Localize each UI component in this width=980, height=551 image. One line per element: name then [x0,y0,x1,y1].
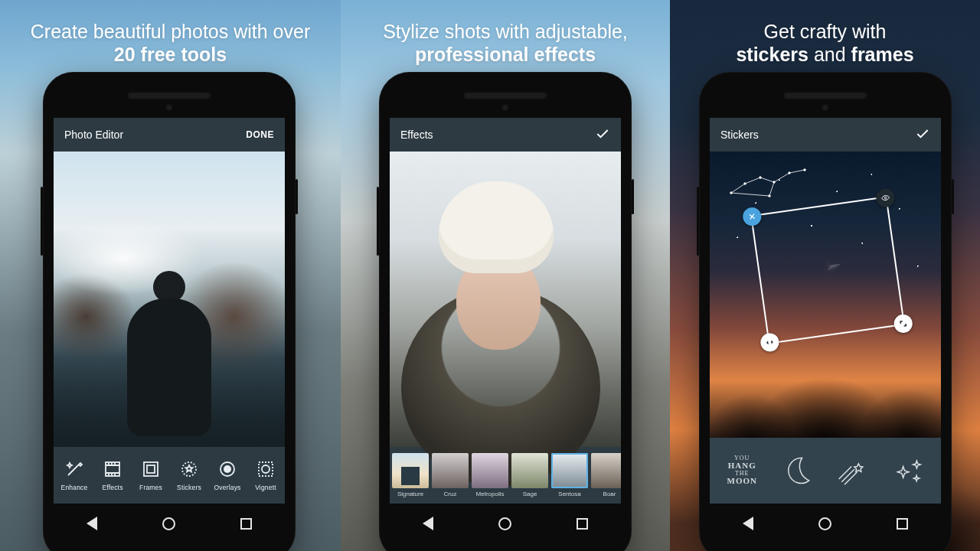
sticker-item-text[interactable]: YOU HANG THE MOON [717,449,766,492]
android-nav-bar [710,507,941,540]
nav-back-icon[interactable] [743,517,753,530]
app-screen: Stickers [710,118,941,504]
app-screen: Effects Signature Cruz Metropolis Sage S… [390,118,621,504]
apply-button[interactable] [595,126,610,144]
nav-back-icon[interactable] [423,517,433,530]
editor-canvas[interactable] [54,152,285,447]
shooting-star-icon [836,454,870,487]
tool-label: Effects [102,484,122,491]
phone-volume-button [377,187,379,256]
effect-thumbnail [591,453,621,488]
phone-camera [822,104,829,111]
sticker-bounding-box[interactable] [750,196,905,344]
nav-home-icon[interactable] [498,517,511,530]
tool-frames[interactable]: Frames [132,459,170,491]
tool-label: Overlays [214,484,240,491]
effect-label: Signature [397,491,423,497]
tool-label: Enhance [61,484,88,491]
sticker-strip: YOU HANG THE MOON [710,438,941,504]
promo-panel-tools: Create beautiful photos with over 20 fre… [0,0,341,551]
nav-recents-icon[interactable] [897,518,908,530]
nav-back-icon[interactable] [87,517,97,530]
svg-point-7 [262,465,270,473]
overlays-icon [217,459,237,479]
nav-home-icon[interactable] [162,517,175,530]
svg-point-5 [224,465,231,473]
effect-sage[interactable]: Sage [511,453,549,497]
promo-panel-stickers: Get crafty with stickers and frames Stic… [670,0,980,551]
tool-vignette[interactable]: Vignett [247,459,285,491]
nav-home-icon[interactable] [818,517,831,530]
svg-point-15 [884,197,887,199]
editor-canvas[interactable] [710,152,941,438]
headline-text: Stylize shots with adjustable, [383,21,628,42]
android-nav-bar [54,507,285,540]
effect-thumbnail [511,453,548,488]
nav-recents-icon[interactable] [240,518,252,530]
effect-metropolis[interactable]: Metropolis [471,453,509,497]
effect-board[interactable]: Boar [590,453,621,497]
effect-cruz[interactable]: Cruz [431,453,469,497]
app-screen: Photo Editor DONE Enhance Effects [54,118,285,504]
effect-thumbnail [551,453,588,488]
phone-power-button [296,179,298,214]
frame-icon [141,459,161,479]
vignette-icon [256,459,276,479]
phone-earpiece [783,92,867,99]
phone-earpiece [463,92,547,99]
phone-volume-button [41,187,43,256]
effect-signature[interactable]: Signature [391,453,430,497]
constellation-decoration [724,162,815,208]
headline: Get crafty with stickers and frames [670,0,980,66]
effect-label: Cruz [444,491,457,497]
effect-sentosa[interactable]: Sentosa [550,453,589,497]
effect-label: Boar [603,491,616,497]
sparkles-icon [890,454,927,487]
sticker-item-sparkles[interactable] [884,449,933,492]
sticker-item-moon[interactable] [773,449,822,492]
headline: Stylize shots with adjustable, professio… [341,0,670,66]
svg-rect-6 [259,462,273,476]
sticker-flip-handle[interactable] [760,332,780,353]
sticker-text-preview: YOU HANG THE MOON [727,455,757,486]
promo-panel-effects: Stylize shots with adjustable, professio… [341,0,670,551]
tool-effects[interactable]: Effects [93,459,132,491]
headline: Create beautiful photos with over 20 fre… [0,0,341,66]
app-bar: Stickers [710,118,941,152]
effects-strip: Signature Cruz Metropolis Sage Sentosa B… [390,447,621,504]
photo-subject-beanie [439,181,554,273]
done-button[interactable]: DONE [246,129,274,140]
android-nav-bar [390,507,621,540]
tool-overlays[interactable]: Overlays [208,459,247,491]
sticker-delete-handle[interactable] [742,207,763,227]
effect-label: Metropolis [476,491,505,497]
sticker-resize-handle[interactable] [893,313,913,334]
tool-enhance[interactable]: Enhance [55,459,93,491]
magic-wand-icon [64,459,84,479]
phone-power-button [632,179,634,214]
app-bar: Photo Editor DONE [54,118,285,152]
svg-rect-1 [144,462,158,476]
star-badge-icon [179,459,199,479]
editor-canvas[interactable] [390,152,621,447]
filmstrip-icon [103,459,122,479]
headline-text: Get crafty with [764,21,887,42]
svg-rect-0 [106,462,119,476]
phone-mockup: Effects Signature Cruz Metropolis Sage S… [379,72,632,551]
phone-mockup: Stickers [699,72,952,551]
crescent-moon-icon [781,454,815,487]
headline-bold: professional effects [415,44,596,65]
sticker-visibility-handle[interactable] [875,187,896,208]
nav-recents-icon[interactable] [577,518,588,530]
app-store-screenshots: Create beautiful photos with over 20 fre… [0,0,980,551]
headline-bold: 20 free tools [114,44,227,65]
effect-label: Sage [523,491,537,497]
apply-button[interactable] [915,126,930,144]
tool-stickers[interactable]: Stickers [170,459,208,491]
svg-rect-2 [147,465,155,473]
effect-thumbnail [432,453,469,488]
phone-camera [166,104,173,111]
sticker-item-shooting-star[interactable] [828,449,877,492]
effect-thumbnail [472,453,508,488]
headline-text: Create beautiful photos with over [31,21,311,42]
